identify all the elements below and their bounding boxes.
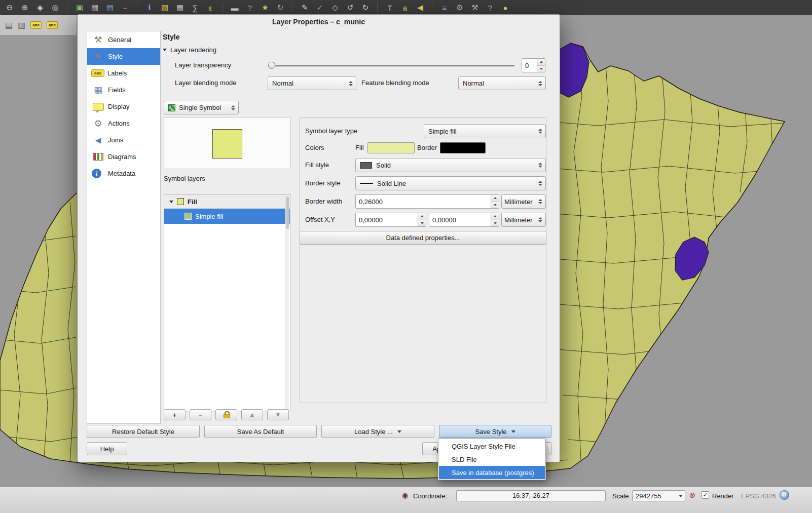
undo-icon[interactable]: ↺ [344, 2, 356, 14]
border-width-unit-combo[interactable]: Millimeter [501, 194, 546, 209]
attribute-table-icon[interactable]: ▦ [174, 2, 186, 14]
processing-icon[interactable]: ⚒ [469, 2, 481, 14]
python-console-icon[interactable]: ≡ [438, 2, 451, 14]
add-symbol-layer-button[interactable]: + [164, 409, 186, 420]
sidebar-item-fields[interactable]: Fields [87, 82, 160, 98]
node-tool-icon[interactable]: ◇ [329, 2, 341, 14]
expander-icon[interactable] [169, 201, 173, 203]
select-features-icon[interactable]: ▧ [159, 2, 171, 14]
transparency-slider[interactable] [268, 61, 514, 69]
plugin-manager-icon[interactable]: ⚙ [454, 2, 466, 14]
lock-color-button[interactable] [215, 409, 237, 420]
down-arrow-icon: ▼ [275, 411, 281, 418]
coordinate-input[interactable]: 16.37,-26.27 [456, 490, 606, 501]
move-up-button[interactable]: ▲ [241, 409, 263, 420]
expression-icon[interactable]: ε [204, 2, 216, 14]
help-button[interactable]: Help [87, 442, 127, 455]
add-vector-layer-icon[interactable]: ▣ [73, 2, 86, 14]
toolbar-separator [288, 3, 292, 13]
bookmark-icon[interactable]: ★ [259, 2, 271, 14]
refresh-map-icon[interactable]: ↻ [274, 2, 286, 14]
offset-x-spinbox[interactable]: 0,00000 [355, 213, 426, 227]
measure-line-icon[interactable]: ▬ [229, 2, 241, 14]
spin-steppers-icon[interactable] [491, 213, 499, 226]
scale-combo[interactable]: 2942755 [632, 490, 685, 501]
menu-item-sld-file[interactable]: SLD File [439, 453, 545, 466]
fields-icon [91, 84, 105, 96]
sidebar-item-actions[interactable]: Actions [87, 115, 160, 132]
labeling-icon[interactable]: a [399, 2, 411, 14]
move-down-button[interactable]: ▼ [267, 409, 289, 420]
sidebar-item-label: Style [108, 53, 123, 60]
add-postgis-layer-icon[interactable]: ▤ [104, 2, 116, 14]
tree-item-simple-fill[interactable]: Simple fill [164, 209, 290, 224]
sidebar-item-metadata[interactable]: Metadata [87, 165, 160, 182]
combo-arrows-icon [537, 163, 543, 168]
border-color-swatch[interactable] [440, 142, 486, 153]
layer-blending-combo[interactable]: Normal [268, 76, 356, 90]
border-width-spinbox[interactable]: 0,26000 [355, 194, 499, 209]
data-defined-properties-button[interactable]: Data defined properties... [300, 231, 546, 245]
fill-color-swatch[interactable] [367, 142, 415, 153]
pan-map-icon[interactable]: ◈ [34, 2, 46, 14]
offset-unit-combo[interactable]: Millimeter [501, 213, 546, 227]
copy-style-icon[interactable]: ▤ [5, 20, 13, 30]
fill-color-label: Fill [355, 144, 364, 151]
border-style-combo[interactable]: Solid Line [355, 176, 546, 190]
redo-icon[interactable]: ↻ [359, 2, 372, 14]
identify-features-icon[interactable]: ℹ [143, 2, 156, 14]
sidebar-item-diagrams[interactable]: Diagrams [87, 148, 160, 165]
combo-arrows-icon [537, 181, 543, 186]
symbol-preview-swatch [212, 129, 242, 159]
field-calculator-icon[interactable]: ∑ [189, 2, 201, 14]
sidebar-item-joins[interactable]: Joins [87, 132, 160, 148]
transparency-spinbox[interactable]: 0 [522, 58, 545, 72]
layer-rendering-expander[interactable]: Layer rendering [163, 46, 216, 54]
renderer-type-combo[interactable]: Single Symbol [164, 101, 239, 114]
move-label-icon[interactable]: ◀ [414, 2, 426, 14]
label-abc-icon[interactable]: abc [30, 21, 42, 29]
spin-steppers-icon[interactable] [418, 213, 426, 226]
add-raster-layer-icon[interactable]: ▦ [89, 2, 101, 14]
menu-item-qgis-layer-style-file[interactable]: QGIS Layer Style File [439, 440, 545, 453]
feature-blending-combo[interactable]: Normal [458, 76, 546, 90]
render-checkbox[interactable] [702, 491, 709, 499]
crs-status-icon[interactable] [780, 490, 789, 500]
map-tips-icon[interactable]: ? [244, 2, 256, 14]
sidebar-item-general[interactable]: General [87, 31, 160, 48]
remove-layer-icon[interactable]: − [119, 2, 131, 14]
dialog-title[interactable]: Layer Properties – c_munic [78, 18, 560, 26]
remove-symbol-layer-button[interactable]: − [190, 409, 211, 420]
stop-render-icon[interactable] [688, 491, 697, 500]
sidebar-item-labels[interactable]: Labels [87, 65, 160, 82]
symbol-layer-type-combo[interactable]: Simple fill [424, 124, 546, 138]
zoom-full-icon[interactable]: ◎ [49, 2, 61, 14]
metasearch-icon[interactable]: ● [499, 2, 511, 14]
toolbar-separator [63, 3, 67, 13]
zoom-in-icon[interactable]: ⊕ [19, 2, 31, 14]
scrollbar-thumb[interactable] [286, 196, 289, 229]
spin-steppers-icon[interactable] [537, 59, 545, 72]
save-style-button[interactable]: Save Style [439, 425, 551, 438]
fill-style-combo[interactable]: Solid [355, 158, 546, 172]
restore-default-style-button[interactable]: Restore Default Style [87, 425, 200, 438]
zoom-out-icon[interactable]: ⊖ [4, 2, 16, 14]
spin-steppers-icon[interactable] [491, 195, 499, 208]
toggle-editing-icon[interactable]: ✎ [299, 2, 311, 14]
coordinate-capture-icon[interactable] [400, 491, 410, 500]
tree-scrollbar[interactable] [285, 195, 289, 410]
save-edits-icon[interactable]: ✓ [314, 2, 326, 14]
text-annotation-icon[interactable]: T [384, 2, 396, 14]
menu-item-save-in-database[interactable]: Save in database (postgres) [439, 466, 545, 479]
load-style-button[interactable]: Load Style ... [321, 425, 434, 438]
slider-handle[interactable] [268, 62, 275, 69]
move-label-abc-icon[interactable]: abc [47, 21, 58, 29]
border-width-label: Border width [305, 198, 342, 205]
help-icon[interactable]: ? [484, 2, 496, 14]
sidebar-item-display[interactable]: Display [87, 98, 160, 115]
tree-item-fill[interactable]: Fill [164, 195, 290, 209]
save-as-default-button[interactable]: Save As Default [204, 425, 317, 438]
sidebar-item-style[interactable]: Style [87, 48, 160, 65]
paste-style-icon[interactable]: ▥ [18, 20, 25, 30]
offset-y-spinbox[interactable]: 0,00000 [429, 213, 499, 227]
